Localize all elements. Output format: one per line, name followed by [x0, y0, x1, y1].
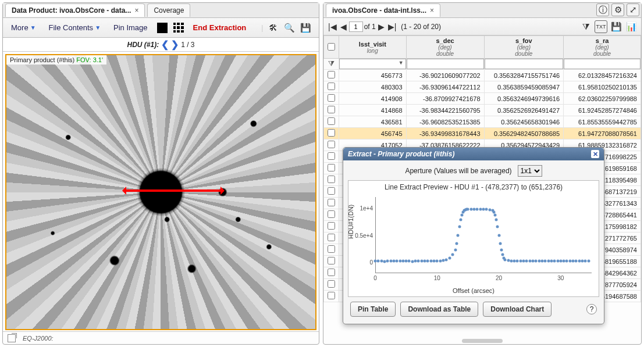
row-checkbox[interactable]: [328, 210, 335, 218]
table-row[interactable]: 480303 -36.93096144722112 0.356385945908…: [324, 81, 641, 93]
row-checkbox[interactable]: [328, 152, 335, 160]
first-page-icon[interactable]: |◀: [327, 22, 338, 31]
close-icon[interactable]: ×: [134, 6, 138, 15]
chart-point: [482, 208, 485, 210]
help-icon[interactable]: ?: [586, 304, 597, 314]
filter-lsst-visit[interactable]: [339, 59, 406, 69]
table-row[interactable]: 456773 -36.90210609077202 0.356328471557…: [324, 70, 641, 81]
row-checkbox[interactable]: [328, 94, 335, 102]
tab-coverage[interactable]: Coverage: [147, 3, 190, 17]
page-input[interactable]: [349, 22, 363, 32]
table-row[interactable]: 456745 -36.93499831678443 0.356294824507…: [324, 128, 641, 139]
hdu-prev-icon[interactable]: ❮: [161, 39, 169, 50]
chart-point: [485, 208, 488, 210]
popout-icon[interactable]: [8, 334, 16, 342]
last-page-icon[interactable]: ▶|: [387, 22, 398, 31]
pin-table-button[interactable]: Pin Table: [350, 302, 396, 317]
chart-point: [510, 259, 513, 262]
download-table-button[interactable]: Download as Table: [400, 302, 478, 317]
tab-data-product[interactable]: Data Product: ivoa.ObsCore - data... ×: [5, 3, 145, 17]
save-disk-icon[interactable]: 💾: [610, 20, 622, 33]
row-checkbox[interactable]: [328, 106, 335, 113]
chart-plot-area[interactable]: 010203000.5e+41e+4: [375, 197, 592, 273]
close-icon[interactable]: ×: [430, 6, 434, 15]
row-checkbox[interactable]: [328, 141, 335, 148]
tab-obscore-table[interactable]: ivoa.ObsCore - data-int.lss... ×: [326, 3, 440, 17]
row-checkbox[interactable]: [328, 187, 335, 195]
col-s-dec[interactable]: s_dec(deg)double: [406, 36, 484, 59]
row-checkbox[interactable]: [328, 222, 335, 230]
table-toolbar: |◀ ◀ of 1 ▶ ▶| (1 - 20 of 20) ⧩ TXT 💾 📊: [323, 18, 641, 35]
chart-point: [451, 253, 454, 256]
text-view-icon[interactable]: TXT: [595, 20, 607, 33]
more-button[interactable]: More▼: [6, 21, 41, 34]
filter-icon[interactable]: ⧩: [328, 59, 335, 68]
popup-close-icon[interactable]: ✕: [591, 150, 599, 158]
tab-label: Data Product: ivoa.ObsCore - data...: [12, 6, 131, 15]
chart-container: Line Extract Preview - HDU #1 - (478,237…: [348, 180, 599, 297]
col-lsst-visit[interactable]: lsst_visitlong: [339, 36, 407, 59]
row-checkbox[interactable]: [328, 129, 335, 137]
table-row[interactable]: 414908 -36.8709927421678 0.3563246949739…: [324, 93, 641, 105]
row-checkbox[interactable]: [328, 83, 335, 90]
chart-ylabel: HDU#1(DN): [347, 204, 354, 238]
popup-titlebar[interactable]: Extract - Primary product (#this) ✕: [343, 148, 604, 160]
prev-page-icon[interactable]: ◀: [339, 22, 348, 31]
horizontal-scrollbar[interactable]: [462, 339, 503, 343]
pin-image-button[interactable]: Pin Image: [109, 21, 152, 34]
fits-image-viewer[interactable]: Primary product (#this) FOV: 3.1': [5, 54, 316, 330]
row-checkbox[interactable]: [328, 280, 335, 288]
download-chart-button[interactable]: Download Chart: [483, 302, 552, 317]
aperture-select[interactable]: 1x1: [518, 165, 542, 177]
zoom-icon[interactable]: 🔍: [283, 22, 296, 34]
cell-s-fov: 0.35632847155751746: [484, 70, 564, 81]
row-checkbox[interactable]: [328, 245, 335, 253]
expand-icon[interactable]: ⤢: [627, 3, 639, 16]
checkbox-header[interactable]: [324, 36, 339, 59]
hdu-next-icon[interactable]: ❯: [171, 39, 179, 50]
chart-point: [429, 260, 432, 263]
row-checkbox[interactable]: [328, 199, 335, 206]
coord-system-label: EQ-J2000:: [23, 335, 54, 342]
table-row[interactable]: 414868 -36.98344221560795 0.356252692649…: [324, 105, 641, 116]
chart-point: [401, 260, 404, 263]
cell-lsst-visit: 480303: [339, 81, 407, 93]
cell-s-dec: -36.93499831678443: [406, 128, 484, 139]
row-checkbox[interactable]: [328, 234, 335, 241]
filter-s-ra[interactable]: [564, 59, 641, 69]
chart-point: [473, 208, 476, 210]
next-page-icon[interactable]: ▶: [377, 22, 386, 31]
extraction-line-marker[interactable]: [124, 189, 223, 192]
chart-title: Line Extract Preview - HDU #1 - (478,237…: [348, 181, 599, 194]
cell-s-fov: 0.35629482450788685: [484, 128, 564, 139]
row-checkbox[interactable]: [328, 164, 335, 171]
filter-s-fov[interactable]: [485, 59, 564, 69]
tools-wrench-icon[interactable]: 🛠: [266, 22, 279, 34]
select-all-checkbox[interactable]: [328, 43, 335, 51]
file-contents-button[interactable]: File Contents▼: [44, 21, 106, 34]
row-checkbox[interactable]: [328, 176, 335, 183]
row-checkbox[interactable]: [328, 117, 335, 125]
row-checkbox[interactable]: [328, 292, 335, 299]
col-s-ra[interactable]: s_ra(deg)double: [564, 36, 641, 59]
row-checkbox[interactable]: [328, 71, 335, 78]
chart-point: [496, 226, 499, 228]
row-checkbox[interactable]: [328, 269, 335, 276]
aperture-row: Aperture (Values will be averaged) 1x1: [348, 165, 599, 177]
color-swatch-icon[interactable]: [156, 22, 169, 34]
add-chart-icon[interactable]: 📊: [625, 20, 638, 33]
row-checkbox[interactable]: [328, 257, 335, 264]
end-extraction-button[interactable]: End Extraction: [188, 21, 251, 34]
col-s-fov[interactable]: s_fov(deg)double: [484, 36, 564, 59]
settings-gear-icon[interactable]: ⚙: [611, 3, 624, 16]
table-row[interactable]: 436581 -36.96082535215385 0.356245658301…: [324, 116, 641, 128]
info-icon[interactable]: ⓘ: [596, 3, 609, 16]
filter-s-dec[interactable]: [407, 59, 484, 69]
grid-view-icon[interactable]: [172, 22, 185, 34]
chart-point: [581, 260, 584, 263]
chart-point: [380, 260, 383, 263]
extract-popup: Extract - Primary product (#this) ✕ Aper…: [343, 147, 604, 324]
filter-funnel-icon[interactable]: ⧩: [579, 20, 592, 33]
save-disk-icon[interactable]: 💾: [299, 22, 312, 34]
x-tick: 30: [557, 275, 564, 281]
